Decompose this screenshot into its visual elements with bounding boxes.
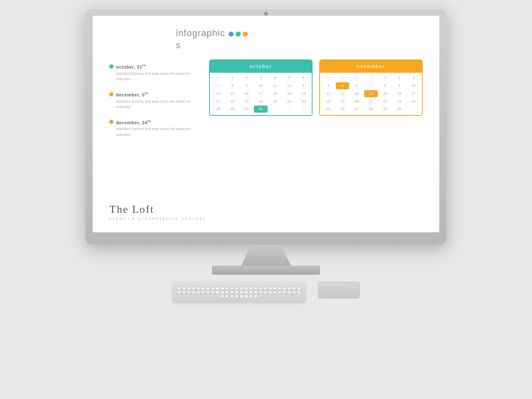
cal-cell: 6	[297, 74, 310, 81]
cal-cell: 16	[240, 90, 253, 97]
cal-cell: 14	[212, 90, 225, 97]
keyboard-key	[239, 287, 244, 290]
keyboard-key	[254, 291, 258, 294]
event-dot-orange-3	[109, 120, 113, 124]
keyboard-key	[244, 291, 248, 294]
cal-row-oct-4: 28 29 30 31 1 2 3	[212, 106, 310, 113]
keyboard-key	[244, 287, 248, 290]
keyboard-key	[225, 291, 229, 294]
event-title-row-2: december, 5th	[109, 91, 201, 97]
cal-row-nov-2: 11 12 13 14 15 16 17	[322, 90, 420, 97]
keyboard-key	[287, 291, 291, 294]
cal-cell: 2	[393, 74, 406, 81]
keyboard-key	[177, 291, 181, 294]
cal-cell: 10	[407, 82, 420, 89]
keyboard-key	[249, 295, 253, 298]
cal-cell: 27	[350, 106, 363, 113]
cal-cell: 5	[283, 74, 296, 81]
cal-cell: 28	[364, 106, 377, 113]
slide-body: october, 31th standard dummy text ever s…	[109, 59, 423, 195]
cal-cell: 28	[212, 106, 225, 113]
cal-cell: 19	[283, 90, 296, 97]
keyboard-key	[177, 287, 181, 290]
keyboard-key	[249, 287, 253, 290]
cal-cell: 26	[283, 98, 296, 105]
event-date-2: december, 5th	[116, 91, 148, 97]
event-title-row-3: december, 24th	[109, 119, 201, 125]
cal-cell: 23	[393, 98, 406, 105]
cal-cell-oct-31: 31	[254, 106, 267, 113]
monitor: infographic s	[85, 8, 447, 275]
keyboard-key	[201, 287, 205, 290]
footer-brand: The Loft	[109, 203, 423, 216]
keyboard-key	[263, 291, 267, 294]
cal-cell: 24	[254, 98, 267, 105]
cal-cell: 30	[212, 74, 225, 81]
cal-cell: 20	[350, 98, 363, 105]
keyboard: // Generate key divs for(let i=0; i<60; …	[172, 282, 305, 302]
cal-row-oct-2: 14 15 16 17 18 19 13	[212, 90, 310, 97]
cal-cell: 8	[379, 82, 392, 89]
keyboard-key	[206, 287, 210, 290]
cal-cell: 29	[226, 106, 239, 113]
dot-orange	[243, 32, 248, 37]
keyboard-key	[196, 287, 200, 290]
cal-cell: 1	[268, 106, 282, 113]
keyboard-key	[225, 295, 229, 298]
keyboard-key	[273, 291, 277, 294]
keyboard-key	[230, 295, 234, 298]
cal-cell: 6	[350, 82, 363, 89]
event-desc-2: standard dummy text ever since the when …	[109, 99, 201, 110]
cal-cell: 10	[254, 82, 267, 89]
event-title-row-1: october, 31th	[109, 64, 201, 69]
keyboard-key	[206, 291, 210, 294]
cal-cell: 17	[407, 90, 420, 97]
trackpad	[318, 282, 360, 298]
event-date-1: october, 31th	[116, 64, 146, 69]
cal-cell: 21	[364, 98, 377, 105]
keyboard-key	[234, 295, 239, 298]
keyboard-key	[282, 291, 286, 294]
events-col: october, 31th standard dummy text ever s…	[109, 59, 201, 195]
cal-cell-nov-14: 14	[364, 90, 377, 97]
calendars-col: october 30 1 2 3 4 5 6	[209, 59, 423, 195]
cal-cell: 1	[379, 74, 392, 81]
keyboard-key	[268, 291, 272, 294]
event-item-2: december, 5th standard dummy text ever s…	[109, 91, 201, 110]
keyboard-key	[282, 287, 286, 290]
cal-header-november: november	[320, 60, 422, 73]
keyboard-key	[192, 291, 196, 294]
cal-cell: 23	[240, 98, 253, 105]
cal-row-oct-3: 21 22 23 24 25 26 20	[212, 98, 310, 105]
keyboard-key	[196, 291, 200, 294]
cal-row-nov-1: 4 5 6 7 8 9 10	[322, 82, 420, 89]
cal-cell: 11	[268, 82, 282, 89]
keyboard-key	[215, 291, 219, 294]
cal-cell: 7	[364, 82, 377, 89]
cal-cell: 1	[407, 106, 420, 113]
keyboard-key	[287, 287, 291, 290]
keyboard-key	[230, 291, 234, 294]
keyboard-key	[273, 287, 277, 290]
keyboard-key	[263, 287, 267, 290]
cal-cell: 22	[226, 98, 239, 105]
keyboard-key	[230, 287, 234, 290]
keyboard-key	[297, 287, 301, 290]
cal-row-nov-4: 25 26 27 28 29 30 1	[322, 106, 420, 113]
cal-row-oct-0: 30 1 2 3 4 5 6	[212, 74, 310, 81]
event-desc-3: standard dummy text ever since the when …	[109, 126, 201, 138]
cal-cell: 20	[297, 98, 310, 105]
keyboard-key	[239, 291, 244, 294]
keyboard-key	[244, 295, 248, 298]
cal-cell: 18	[322, 98, 335, 105]
cal-row-nov-3: 18 19 20 21 22 23 24	[322, 98, 420, 105]
cal-cell: 15	[226, 90, 239, 97]
cal-cell: 31	[364, 74, 377, 81]
event-item-1: october, 31th standard dummy text ever s…	[109, 64, 201, 82]
keyboard-key	[215, 287, 219, 290]
keyboard-key	[182, 287, 186, 290]
keyboard-key	[239, 295, 244, 298]
cal-cell: 28	[322, 74, 335, 81]
cal-cell: 12	[283, 82, 296, 89]
keyboard-key	[182, 291, 186, 294]
